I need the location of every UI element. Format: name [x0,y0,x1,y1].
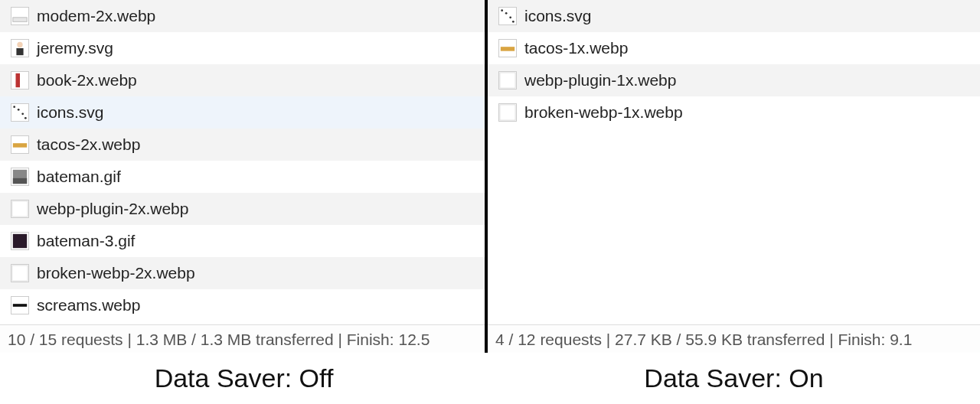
caption-left: Data Saver: Off [0,363,488,393]
file-row[interactable]: tacos-1x.webp [488,32,980,64]
modem-icon [11,7,29,25]
bar-icon [11,296,29,314]
file-row[interactable]: screams.webp [0,289,485,321]
blank-icon [11,200,29,218]
file-name: modem-2x.webp [37,7,155,25]
svg-rect-21 [500,73,515,88]
dots-icon [11,103,29,122]
file-row[interactable]: icons.svg [488,0,980,32]
file-list-right: icons.svgtacos-1x.webpwebp-plugin-1x.web… [488,0,980,324]
svg-point-7 [21,112,24,115]
svg-rect-11 [13,178,27,184]
photo-icon [11,168,29,186]
file-row[interactable]: webp-plugin-1x.webp [488,64,980,96]
file-row[interactable]: broken-webp-2x.webp [0,257,485,289]
file-name: jeremy.svg [37,39,113,57]
svg-point-6 [18,109,20,111]
file-row[interactable]: modem-2x.webp [0,0,485,32]
file-name: tacos-1x.webp [524,39,628,57]
svg-rect-2 [16,48,23,55]
svg-point-19 [512,21,514,23]
svg-point-18 [509,16,511,18]
svg-rect-12 [12,201,28,217]
file-row[interactable]: icons.svg [0,96,485,129]
svg-rect-4 [20,73,21,87]
dark-icon [11,232,29,250]
file-name: broken-webp-2x.webp [37,264,195,282]
svg-rect-15 [13,304,27,307]
blank-icon [11,264,29,282]
svg-rect-20 [501,47,514,50]
file-name: book-2x.webp [37,71,137,90]
network-panel-right: icons.svgtacos-1x.webpwebp-plugin-1x.web… [488,0,980,353]
tacos-icon [498,39,517,57]
file-row[interactable]: webp-plugin-2x.webp [0,193,485,225]
svg-rect-0 [13,18,27,22]
file-name: webp-plugin-2x.webp [37,200,188,218]
file-name: bateman.gif [37,168,121,186]
file-name: screams.webp [37,296,140,314]
file-row[interactable]: bateman.gif [0,161,485,193]
svg-point-17 [505,12,508,15]
network-panel-left: modem-2x.webpjeremy.svgbook-2x.webpicons… [0,0,488,353]
captions: Data Saver: Off Data Saver: On [0,353,980,404]
blank-icon [498,103,517,122]
svg-rect-22 [500,105,515,120]
file-name: webp-plugin-1x.webp [524,71,676,90]
file-row[interactable]: book-2x.webp [0,64,485,96]
file-name: tacos-2x.webp [37,135,140,154]
svg-rect-13 [13,234,27,248]
svg-point-16 [501,9,503,11]
caption-right: Data Saver: On [488,363,980,393]
file-name: icons.svg [37,103,104,122]
svg-point-1 [17,42,22,47]
file-row[interactable]: jeremy.svg [0,32,485,64]
book-icon [11,71,29,90]
tacos-icon [11,135,29,154]
svg-rect-9 [13,143,27,148]
file-row[interactable]: tacos-2x.webp [0,129,485,161]
file-name: icons.svg [524,7,592,25]
svg-point-5 [13,106,15,108]
dots-icon [498,7,517,25]
person-icon [11,39,29,57]
file-row[interactable]: broken-webp-1x.webp [488,96,980,129]
file-name: bateman-3.gif [37,232,135,250]
svg-rect-14 [12,266,28,281]
blank-icon [498,71,517,90]
file-name: broken-webp-1x.webp [524,103,683,122]
file-list-left: modem-2x.webpjeremy.svgbook-2x.webpicons… [0,0,485,324]
svg-rect-3 [16,73,21,87]
status-bar-left: 10 / 15 requests | 1.3 MB / 1.3 MB trans… [0,324,485,353]
svg-point-8 [24,117,27,119]
file-row[interactable]: bateman-3.gif [0,225,485,257]
status-bar-right: 4 / 12 requests | 27.7 KB / 55.9 KB tran… [488,324,980,353]
